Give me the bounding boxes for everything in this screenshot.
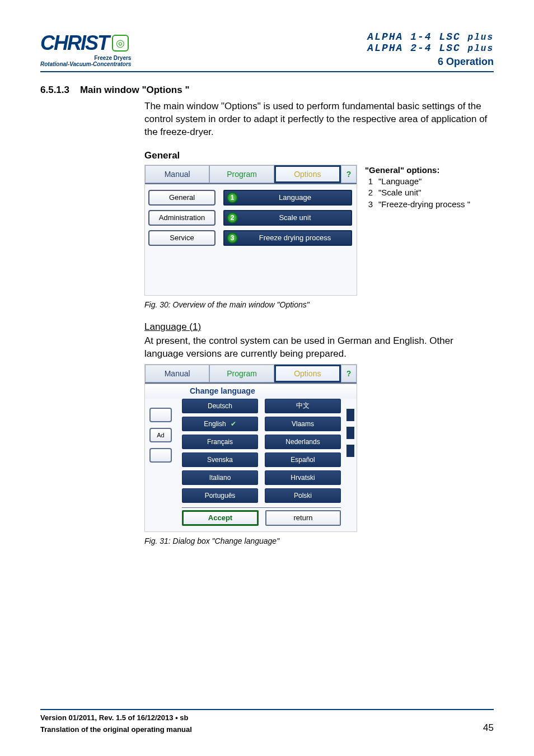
tab-bar-2: Manual Program Options ? bbox=[145, 365, 357, 384]
lang-zh[interactable]: 中文 bbox=[265, 399, 341, 413]
btn-language[interactable]: 1 Language bbox=[223, 190, 352, 206]
lang-english[interactable]: English✔ bbox=[182, 417, 258, 431]
dialog-title: Change language bbox=[145, 384, 357, 399]
lang-nederlands[interactable]: Nederlands bbox=[265, 435, 341, 449]
scroll-mark-3 bbox=[346, 445, 354, 457]
language-paragraph: At present, the control system can be us… bbox=[144, 335, 494, 361]
lang-espanol[interactable]: Español bbox=[265, 452, 341, 467]
legend-title: "General" options: bbox=[365, 165, 470, 176]
intro-paragraph: The main window "Options" is used to per… bbox=[144, 100, 494, 139]
logo-subtitle-2: Rotational-Vacuum-Concentrators bbox=[40, 61, 131, 67]
tab2-program[interactable]: Program bbox=[209, 365, 274, 382]
options-panel: Manual Program Options ? General Adminis… bbox=[144, 165, 357, 296]
return-button[interactable]: return bbox=[265, 510, 341, 526]
section-heading: 6.5.1.3 Main window "Options " bbox=[40, 85, 494, 96]
accept-button[interactable]: Accept bbox=[182, 510, 259, 526]
tab2-help[interactable]: ? bbox=[341, 365, 357, 382]
scroll-mark-1 bbox=[346, 409, 354, 421]
lang-polski[interactable]: Polski bbox=[265, 488, 341, 503]
legend: "General" options: 1"Language" 2"Scale u… bbox=[365, 165, 470, 210]
language-dialog: Manual Program Options ? Change language… bbox=[144, 364, 357, 532]
side-btn-3[interactable] bbox=[149, 448, 172, 463]
general-heading: General bbox=[144, 150, 494, 161]
logo-text: CHRIST bbox=[40, 31, 109, 55]
fig31-caption: Fig. 31: Dialog box "Change language" bbox=[144, 536, 494, 545]
tab2-options[interactable]: Options bbox=[274, 365, 341, 382]
badge-3: 3 bbox=[227, 232, 238, 244]
lang-vlaams[interactable]: Vlaams bbox=[265, 417, 341, 431]
lang-portugues[interactable]: Português bbox=[182, 488, 258, 503]
divider bbox=[182, 507, 341, 508]
page-footer: Version 01/2011, Rev. 1.5 of 16/12/2013 … bbox=[40, 709, 494, 734]
logo-subtitle-1: Freeze Dryers bbox=[40, 55, 131, 61]
fig30-caption: Fig. 30: Overview of the main window "Op… bbox=[144, 300, 494, 309]
side-btn-ad[interactable]: Ad bbox=[149, 428, 172, 442]
footer-version: Version 01/2011, Rev. 1.5 of 16/12/2013 … bbox=[40, 713, 188, 722]
lang-svenska[interactable]: Svenska bbox=[182, 452, 258, 467]
language-subhead: Language (1) bbox=[144, 321, 494, 333]
tab-program[interactable]: Program bbox=[209, 165, 274, 183]
btn-general[interactable]: General bbox=[148, 190, 216, 206]
side-btn-1[interactable] bbox=[149, 408, 172, 422]
lang-italiano[interactable]: Italiano bbox=[182, 470, 258, 485]
badge-2: 2 bbox=[227, 212, 238, 223]
check-icon: ✔ bbox=[231, 420, 236, 428]
scroll-mark-2 bbox=[346, 427, 354, 439]
lang-hrvatski[interactable]: Hrvatski bbox=[265, 470, 341, 485]
page-header: CHRIST ◎ Freeze Dryers Rotational-Vacuum… bbox=[40, 31, 494, 72]
product-line-2: ALPHA 2-4 LSC plus bbox=[367, 43, 494, 54]
lang-deutsch[interactable]: Deutsch bbox=[182, 399, 258, 413]
btn-scale-unit[interactable]: 2 Scale unit bbox=[223, 210, 352, 226]
page-number: 45 bbox=[483, 722, 494, 734]
btn-administration[interactable]: Administration bbox=[148, 210, 216, 226]
tab2-manual[interactable]: Manual bbox=[145, 365, 209, 382]
btn-service[interactable]: Service bbox=[148, 230, 216, 246]
section-breadcrumb: 6 Operation bbox=[367, 56, 494, 68]
logo-block: CHRIST ◎ Freeze Dryers Rotational-Vacuum… bbox=[40, 31, 131, 67]
lang-francais[interactable]: Français bbox=[182, 435, 258, 449]
tab-options[interactable]: Options bbox=[274, 165, 341, 183]
badge-1: 1 bbox=[227, 192, 238, 203]
footer-translation: Translation of the original operating ma… bbox=[40, 725, 192, 734]
logo-gear-icon: ◎ bbox=[112, 35, 129, 52]
tab-help[interactable]: ? bbox=[341, 165, 357, 183]
product-line-1: ALPHA 1-4 LSC plus bbox=[367, 31, 494, 43]
btn-freeze-drying[interactable]: 3 Freeze drying process bbox=[223, 230, 352, 246]
header-right: ALPHA 1-4 LSC plus ALPHA 2-4 LSC plus 6 … bbox=[367, 31, 494, 68]
tab-manual[interactable]: Manual bbox=[145, 165, 209, 183]
tab-bar: Manual Program Options ? bbox=[145, 165, 357, 184]
